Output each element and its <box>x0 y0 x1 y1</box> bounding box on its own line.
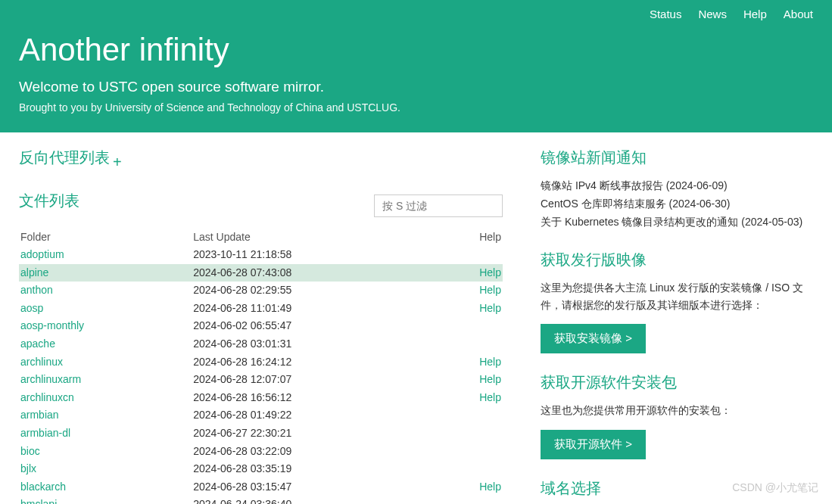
update-time: 2024-06-28 07:43:08 <box>192 264 441 282</box>
update-time: 2024-06-28 03:35:19 <box>192 460 441 478</box>
help-link <box>441 406 503 425</box>
folder-link[interactable]: bioc <box>19 443 192 461</box>
help-link[interactable]: Help <box>441 353 503 372</box>
distro-title: 获取发行版映像 <box>541 250 813 270</box>
nav-news[interactable]: News <box>698 8 727 20</box>
help-link <box>441 460 503 478</box>
table-row: archlinux2024-06-28 16:24:12Help <box>19 353 503 372</box>
proxy-list-title: 反向代理列表 <box>19 148 110 168</box>
update-time: 2024-06-28 03:01:31 <box>192 335 441 353</box>
folder-link[interactable]: armbian-dl <box>19 425 192 443</box>
table-row: bmclapi2024-06-24 03:36:40 <box>19 496 503 504</box>
nav-status[interactable]: Status <box>650 8 682 20</box>
update-time: 2024-06-28 02:29:55 <box>192 282 441 300</box>
help-link <box>441 443 503 461</box>
get-software-button[interactable]: 获取开源软件 > <box>541 430 646 459</box>
table-row: archlinuxarm2024-06-28 12:07:07Help <box>19 371 503 389</box>
watermark: CSDN @小尤笔记 <box>732 481 818 495</box>
update-time: 2024-06-28 12:07:07 <box>192 371 441 389</box>
help-link <box>441 335 503 353</box>
help-link <box>441 425 503 443</box>
filter-input[interactable] <box>374 194 503 217</box>
folder-link[interactable]: bmclapi <box>19 496 192 504</box>
folder-link[interactable]: archlinuxcn <box>19 389 192 407</box>
help-link[interactable]: Help <box>441 371 503 389</box>
table-row: bjlx2024-06-28 03:35:19 <box>19 460 503 478</box>
folder-link[interactable]: aosp-monthly <box>19 317 192 335</box>
expand-icon[interactable]: + <box>113 154 122 171</box>
table-row: alpine2024-06-28 07:43:08Help <box>19 264 503 282</box>
update-time: 2024-06-28 16:24:12 <box>192 353 441 372</box>
col-help[interactable]: Help <box>441 228 503 246</box>
help-link[interactable]: Help <box>441 300 503 318</box>
table-row: armbian2024-06-28 01:49:22 <box>19 406 503 425</box>
table-row: anthon2024-06-28 02:29:55Help <box>19 282 503 300</box>
news-item[interactable]: 镜像站 IPv4 断线事故报告 (2024-06-09) <box>541 177 813 195</box>
news-title: 镜像站新闻通知 <box>541 148 813 168</box>
table-row: archlinuxcn2024-06-28 16:56:12Help <box>19 389 503 407</box>
mirror-table: Folder Last Update Help adoptium2023-10-… <box>19 228 503 504</box>
folder-link[interactable]: armbian <box>19 406 192 425</box>
nav-help[interactable]: Help <box>743 8 767 20</box>
folder-link[interactable]: archlinux <box>19 353 192 372</box>
folder-link[interactable]: adoptium <box>19 246 192 264</box>
table-row: adoptium2023-10-11 21:18:58 <box>19 246 503 264</box>
folder-link[interactable]: apache <box>19 335 192 353</box>
help-link <box>441 496 503 504</box>
main-content: 反向代理列表 + 文件列表 Folder Last Update Help ad… <box>0 132 832 504</box>
folder-link[interactable]: blackarch <box>19 478 192 496</box>
folder-link[interactable]: anthon <box>19 282 192 300</box>
table-row: armbian-dl2024-06-27 22:30:21 <box>19 425 503 443</box>
update-time: 2024-06-28 01:49:22 <box>192 406 441 425</box>
right-column: 镜像站新闻通知 镜像站 IPv4 断线事故报告 (2024-06-09)Cent… <box>541 148 813 504</box>
help-link[interactable]: Help <box>441 282 503 300</box>
update-time: 2024-06-24 03:36:40 <box>192 496 441 504</box>
table-row: aosp2024-06-28 11:01:49Help <box>19 300 503 318</box>
update-time: 2024-06-28 16:56:12 <box>192 389 441 407</box>
help-link <box>441 317 503 335</box>
news-list: 镜像站 IPv4 断线事故报告 (2024-06-09)CentOS 仓库即将结… <box>541 177 813 231</box>
page-header: Status News Help About Another infinity … <box>0 0 832 132</box>
distro-desc: 这里为您提供各大主流 Linux 发行版的安装镜像 / ISO 文件，请根据您的… <box>541 279 813 313</box>
news-item[interactable]: 关于 Kubernetes 镜像目录结构更改的通知 (2024-05-03) <box>541 213 813 232</box>
table-row: aosp-monthly2024-06-02 06:55:47 <box>19 317 503 335</box>
table-row: bioc2024-06-28 03:22:09 <box>19 443 503 461</box>
get-distro-button[interactable]: 获取安装镜像 > <box>541 324 646 353</box>
table-row: blackarch2024-06-28 03:15:47Help <box>19 478 503 496</box>
update-time: 2024-06-27 22:30:21 <box>192 425 441 443</box>
nav-about[interactable]: About <box>784 8 813 20</box>
table-row: apache2024-06-28 03:01:31 <box>19 335 503 353</box>
help-link <box>441 246 503 264</box>
update-time: 2024-06-28 11:01:49 <box>192 300 441 318</box>
page-subtitle: Welcome to USTC open source software mir… <box>19 79 813 95</box>
update-time: 2023-10-11 21:18:58 <box>192 246 441 264</box>
col-update[interactable]: Last Update <box>192 228 441 246</box>
update-time: 2024-06-02 06:55:47 <box>192 317 441 335</box>
page-byline: Brought to you by University of Science … <box>19 101 813 114</box>
col-folder[interactable]: Folder <box>19 228 192 246</box>
folder-link[interactable]: aosp <box>19 300 192 318</box>
news-item[interactable]: CentOS 仓库即将结束服务 (2024-06-30) <box>541 195 813 213</box>
file-list-title: 文件列表 <box>19 191 79 211</box>
update-time: 2024-06-28 03:15:47 <box>192 478 441 496</box>
help-link[interactable]: Help <box>441 478 503 496</box>
folder-link[interactable]: bjlx <box>19 460 192 478</box>
help-link[interactable]: Help <box>441 264 503 282</box>
software-desc: 这里也为您提供常用开源软件的安装包： <box>541 402 813 418</box>
help-link[interactable]: Help <box>441 389 503 407</box>
software-title: 获取开源软件安装包 <box>541 372 813 393</box>
top-nav: Status News Help About <box>19 8 813 32</box>
folder-link[interactable]: archlinuxarm <box>19 371 192 389</box>
update-time: 2024-06-28 03:22:09 <box>192 443 441 461</box>
folder-link[interactable]: alpine <box>19 264 192 282</box>
left-column: 反向代理列表 + 文件列表 Folder Last Update Help ad… <box>19 148 503 504</box>
page-title: Another infinity <box>19 32 813 68</box>
